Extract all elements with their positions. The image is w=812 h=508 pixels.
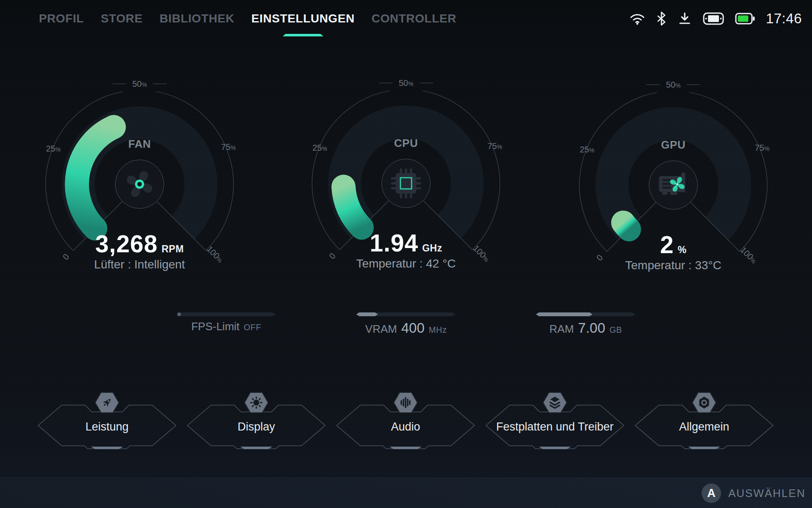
wifi-icon — [629, 12, 645, 25]
slider-fill — [536, 312, 593, 316]
gauge-title-cpu: CPU — [321, 137, 491, 150]
fps-limit-slider[interactable]: FPS-Limit OFF — [171, 310, 281, 340]
fan-hub — [115, 160, 164, 209]
cpu-temp-label: Temperatur : 42 °C — [313, 257, 499, 271]
nav-item-einstellungen[interactable]: EINSTELLUNGEN — [251, 12, 354, 25]
ram-slider[interactable]: RAM 7.00 GB — [531, 310, 641, 340]
nav-item-store[interactable]: STORE — [101, 12, 143, 25]
allgemein-button[interactable]: Allgemein — [634, 399, 774, 452]
gpu-gauge: 50% 25% 75% 0 100% GPU — [568, 79, 779, 291]
cpu-hub — [381, 159, 431, 208]
tick-label: 50% — [399, 78, 414, 88]
audio-button[interactable]: Audio — [336, 399, 475, 452]
festplatten-und-treiber-button[interactable]: Festplatten und Treiber — [485, 399, 625, 452]
gpu-hub — [649, 160, 698, 210]
fan-icon — [122, 167, 157, 202]
nav-item-bibliothek[interactable]: BIBLIOTHEK — [159, 12, 234, 25]
clock: 17:46 — [766, 11, 802, 27]
top-bar: PROFIL STORE BIBLIOTHEK EINSTELLUNGEN CO… — [0, 0, 812, 37]
rocket-icon — [95, 392, 119, 413]
main-nav: PROFIL STORE BIBLIOTHEK EINSTELLUNGEN CO… — [39, 0, 456, 37]
tick-label: 50% — [132, 79, 147, 89]
handheld-icon — [702, 11, 724, 26]
button-handle — [91, 447, 123, 449]
download-icon — [678, 12, 692, 25]
battery-icon — [735, 12, 755, 25]
cpu-value: 1.94GHz — [321, 229, 491, 257]
equalizer-icon — [393, 392, 418, 413]
button-label: Leistung — [37, 420, 177, 433]
cpu-gauge: 50% 25% 75% 0 100% CPU 1.94GHz Temperatu… — [300, 77, 512, 289]
gpu-temp-label: Temperatur : 33°C — [580, 259, 766, 272]
slider-fill — [356, 312, 378, 316]
slider-track[interactable] — [356, 312, 455, 316]
battery-level — [738, 16, 748, 22]
fan-value: 3,268RPM — [55, 230, 224, 258]
layers-icon — [543, 392, 567, 413]
fan-mode-label: Lüfter : Intelligent — [47, 258, 233, 271]
gauge-title-gpu: GPU — [589, 138, 758, 152]
status-cluster: 17:46 — [629, 0, 802, 37]
button-label: Display — [187, 420, 326, 433]
gamepad-a-button: A — [702, 483, 721, 503]
hex-nut-icon — [692, 392, 716, 413]
button-label: Audio — [336, 420, 475, 433]
select-action-hint[interactable]: AUSWÄHLEN — [728, 478, 806, 508]
cpu-chip-icon — [390, 167, 422, 199]
active-tab-underline — [283, 34, 323, 36]
gpu-progress-arc — [623, 223, 629, 229]
button-label: Festplatten und Treiber — [485, 420, 625, 433]
nav-item-controller[interactable]: CONTROLLER — [372, 12, 456, 25]
nav-item-profil[interactable]: PROFIL — [39, 12, 84, 25]
nav-item-label: EINSTELLUNGEN — [251, 12, 354, 25]
slider-track[interactable] — [176, 312, 276, 316]
display-button[interactable]: Display — [187, 399, 326, 452]
slider-caption: VRAM 400 MHz — [351, 320, 461, 336]
leistung-button[interactable]: Leistung — [37, 399, 177, 452]
bluetooth-icon — [656, 11, 667, 26]
gauge-title-fan: FAN — [55, 138, 224, 151]
tick-label: 50% — [666, 80, 681, 90]
button-label: Allgemein — [634, 420, 774, 433]
fan-gauge: 50% 25% 75% 0 100% FAN 3,268RPM Lüfter :… — [34, 78, 245, 290]
footer-bar: A AUSWÄHLEN — [0, 478, 812, 508]
slider-caption: RAM 7.00 GB — [531, 320, 641, 336]
slider-track[interactable] — [536, 312, 635, 316]
slider-caption: FPS-Limit OFF — [171, 320, 281, 333]
settings-screen: PROFIL STORE BIBLIOTHEK EINSTELLUNGEN CO… — [0, 0, 812, 508]
vram-slider[interactable]: VRAM 400 MHz — [351, 310, 461, 340]
gpu-card-icon — [656, 171, 690, 199]
brightness-icon — [244, 392, 269, 413]
gpu-value: 2% — [589, 231, 758, 259]
slider-thumb[interactable] — [177, 312, 181, 316]
